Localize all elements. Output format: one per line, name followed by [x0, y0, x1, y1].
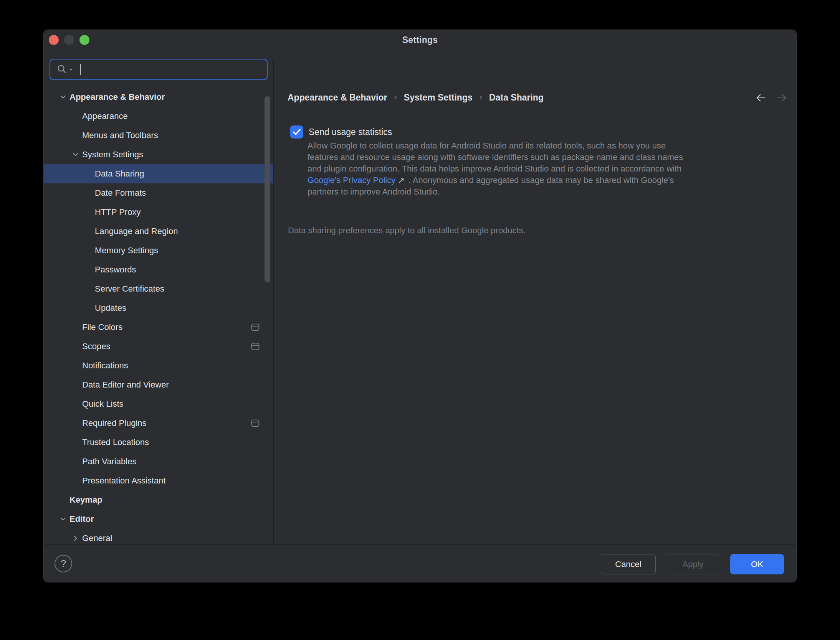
sidebar-item-system-settings[interactable]: System Settings: [44, 145, 273, 164]
sidebar-item-passwords[interactable]: Passwords: [44, 260, 273, 279]
sidebar-item-label: Language and Region: [95, 226, 178, 236]
settings-window: Settings Appearance & BehaviorAppearance…: [43, 30, 797, 582]
search-options-chevron-icon: [69, 68, 73, 71]
sidebar-item-label: Menus and Toolbars: [82, 130, 158, 140]
search-icon: [56, 64, 73, 75]
sidebar-item-appearance-behavior[interactable]: Appearance & Behavior: [44, 87, 273, 107]
sidebar-item-label: Editor: [69, 514, 94, 524]
dialog-footer: ? Cancel Apply OK: [44, 544, 796, 582]
text-caret: [80, 64, 81, 75]
sidebar-item-label: Notifications: [82, 361, 128, 371]
history-nav: [756, 92, 787, 103]
sidebar-item-label: File Colors: [82, 322, 122, 332]
sidebar-item-label: Path Variables: [82, 457, 136, 467]
sidebar-item-label: Passwords: [95, 265, 136, 275]
sidebar-item-label: Date Formats: [95, 188, 146, 198]
help-question-icon: ?: [61, 558, 66, 570]
sidebar-item-file-colors[interactable]: File Colors: [44, 318, 273, 337]
back-arrow-icon[interactable]: [756, 92, 766, 103]
chevron-down-icon[interactable]: [59, 515, 67, 523]
external-link-icon: ↗: [395, 176, 406, 185]
settings-tree: Appearance & BehaviorAppearanceMenus and…: [44, 87, 273, 544]
sidebar-item-label: Keymap: [69, 495, 103, 505]
sidebar-item-label: Data Sharing: [95, 169, 144, 179]
sidebar-item-path-variables[interactable]: Path Variables: [44, 452, 273, 471]
usage-statistics-description: Allow Google to collect usage data for A…: [308, 140, 688, 198]
sidebar-item-trusted-locations[interactable]: Trusted Locations: [44, 433, 273, 452]
settings-content: Appearance & Behavior›System Settings›Da…: [274, 59, 796, 544]
send-usage-statistics-row: Send usage statistics: [290, 125, 392, 139]
sidebar-item-date-formats[interactable]: Date Formats: [44, 183, 273, 203]
checkmark-icon: [293, 129, 301, 135]
breadcrumb-item-appearance-behavior[interactable]: Appearance & Behavior: [288, 92, 387, 103]
breadcrumb: Appearance & Behavior›System Settings›Da…: [288, 92, 544, 103]
sidebar-item-notifications[interactable]: Notifications: [44, 356, 273, 375]
window-pane-icon: [251, 343, 260, 353]
sidebar-item-scopes[interactable]: Scopes: [44, 337, 273, 356]
sidebar-item-label: Required Plugins: [82, 418, 147, 428]
breadcrumb-item-system-settings[interactable]: System Settings: [404, 92, 473, 103]
sidebar-item-label: General: [82, 533, 112, 543]
sidebar-item-http-proxy[interactable]: HTTP Proxy: [44, 203, 273, 222]
window-pane-icon: [251, 419, 260, 429]
privacy-policy-link[interactable]: Google's Privacy Policy: [308, 175, 395, 185]
sidebar-item-label: Quick Lists: [82, 399, 124, 409]
sidebar-item-label: Data Editor and Viewer: [82, 380, 169, 390]
breadcrumb-separator: ›: [480, 92, 482, 102]
forward-arrow-icon: [776, 92, 787, 103]
sidebar-item-label: Presentation Assistant: [82, 476, 166, 486]
send-usage-statistics-label: Send usage statistics: [309, 127, 392, 137]
help-button[interactable]: ?: [55, 555, 72, 572]
sidebar-item-quick-lists[interactable]: Quick Lists: [44, 394, 273, 414]
description-text-before: Allow Google to collect usage data for A…: [308, 141, 683, 173]
sidebar-item-label: Trusted Locations: [82, 437, 149, 447]
sidebar-item-general[interactable]: General: [44, 529, 273, 544]
sidebar-item-appearance[interactable]: Appearance: [44, 107, 273, 126]
chevron-down-icon[interactable]: [71, 150, 80, 159]
sidebar-item-server-certificates[interactable]: Server Certificates: [44, 279, 273, 299]
chevron-down-icon[interactable]: [59, 93, 67, 101]
sidebar-item-label: Server Certificates: [95, 284, 164, 294]
cancel-button[interactable]: Cancel: [601, 554, 656, 574]
sidebar-item-editor[interactable]: Editor: [44, 510, 273, 529]
sidebar-item-data-editor-and-viewer[interactable]: Data Editor and Viewer: [44, 375, 273, 394]
settings-sidebar: Appearance & BehaviorAppearanceMenus and…: [44, 59, 274, 544]
data-sharing-note: Data sharing preferences apply to all in…: [288, 226, 526, 236]
ok-button[interactable]: OK: [730, 554, 784, 574]
sidebar-item-label: Updates: [95, 303, 126, 313]
window-pane-icon: [251, 323, 260, 333]
sidebar-item-label: System Settings: [82, 150, 143, 160]
sidebar-item-keymap[interactable]: Keymap: [44, 490, 273, 510]
sidebar-item-updates[interactable]: Updates: [44, 299, 273, 318]
sidebar-item-memory-settings[interactable]: Memory Settings: [44, 241, 273, 260]
sidebar-scrollbar[interactable]: [265, 96, 270, 282]
titlebar: Settings: [44, 30, 796, 59]
sidebar-item-label: Appearance & Behavior: [69, 92, 165, 102]
chevron-right-icon[interactable]: [71, 534, 80, 543]
sidebar-item-label: Memory Settings: [95, 246, 158, 256]
sidebar-item-label: HTTP Proxy: [95, 207, 141, 217]
window-title: Settings: [44, 35, 796, 45]
breadcrumb-item-data-sharing: Data Sharing: [489, 92, 544, 103]
send-usage-statistics-checkbox[interactable]: [290, 125, 303, 139]
apply-button: Apply: [666, 554, 720, 574]
sidebar-item-menus-and-toolbars[interactable]: Menus and Toolbars: [44, 126, 273, 145]
sidebar-item-presentation-assistant[interactable]: Presentation Assistant: [44, 471, 273, 490]
sidebar-item-label: Appearance: [82, 111, 128, 121]
breadcrumb-separator: ›: [394, 92, 397, 102]
sidebar-item-data-sharing[interactable]: Data Sharing: [44, 164, 273, 183]
sidebar-item-language-and-region[interactable]: Language and Region: [44, 222, 273, 241]
sidebar-item-required-plugins[interactable]: Required Plugins: [44, 414, 273, 433]
sidebar-item-label: Scopes: [82, 341, 110, 351]
search-input[interactable]: [50, 59, 268, 80]
